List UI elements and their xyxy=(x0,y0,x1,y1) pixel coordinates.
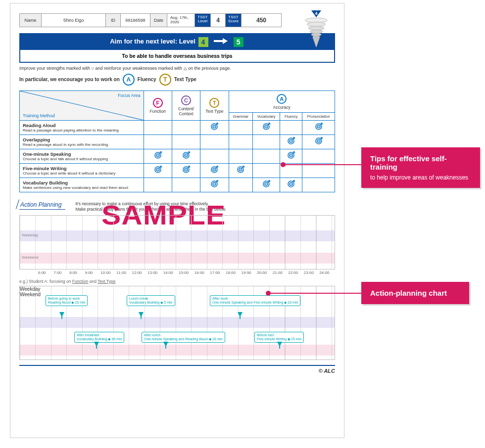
time-tick: 13:00 xyxy=(147,270,163,275)
name-label: Name xyxy=(20,14,42,27)
cell-grammar xyxy=(229,120,253,134)
weekday-label: Weekday xyxy=(22,233,38,237)
row-title: Reading Aloud xyxy=(23,123,141,128)
tsst-level-label: TSST Level xyxy=(195,14,211,27)
alc-brand: © ALC xyxy=(19,368,335,374)
callout-connector xyxy=(268,293,361,294)
cell-grammar xyxy=(229,134,253,149)
accuracy-col-label: Accuracy xyxy=(231,105,333,110)
pin-icon xyxy=(238,312,242,319)
time-tick: 7:00 xyxy=(54,270,70,275)
cell-pron xyxy=(302,163,335,178)
svg-point-13 xyxy=(214,126,215,127)
cell-texttype xyxy=(200,149,229,163)
cell-content xyxy=(172,178,200,192)
target-icon xyxy=(182,167,190,175)
svg-rect-76 xyxy=(240,316,241,319)
row-title: Vocabulary Building xyxy=(23,180,141,185)
time-tick: 12:00 xyxy=(132,270,147,275)
svg-rect-78 xyxy=(96,346,97,349)
svg-point-25 xyxy=(291,140,291,141)
aim-subtitle: To be able to handle overseas business t… xyxy=(20,50,334,62)
row-title: Five-minute Writing xyxy=(23,166,141,171)
training-method-header: Training Method xyxy=(23,113,55,118)
cell-content xyxy=(172,149,200,163)
cell-texttype xyxy=(200,134,229,149)
cell-grammar xyxy=(229,163,253,178)
svg-rect-74 xyxy=(141,316,142,319)
svg-point-3 xyxy=(308,26,324,30)
student-info-bar: Name Shiro Eigo ID 69166598 Date Aug. 17… xyxy=(19,13,282,27)
cell-function xyxy=(144,163,172,178)
target-icon xyxy=(315,124,323,132)
svg-point-29 xyxy=(318,140,319,141)
table-row: OverlappingRead a passage aloud in sync … xyxy=(20,134,335,149)
time-tick: 10:00 xyxy=(100,270,116,275)
tips-callout: Tips for effective self-training to help… xyxy=(361,147,480,188)
svg-point-1 xyxy=(305,18,327,23)
aim-next-level-bar: Aim for the next level: Level 4 5 To be … xyxy=(19,33,335,63)
cell-fluency xyxy=(280,120,302,134)
time-tick: 22:00 xyxy=(288,270,304,275)
svg-point-33 xyxy=(157,155,158,156)
aim-prefix: Aim for the next level: Level xyxy=(110,38,195,45)
cell-vocab xyxy=(253,134,280,149)
time-tick: 15:00 xyxy=(179,270,194,275)
cell-vocab xyxy=(253,178,280,192)
time-tick: 23:00 xyxy=(304,270,320,275)
svg-point-49 xyxy=(186,169,187,170)
cell-fluency xyxy=(280,178,302,192)
cell-texttype xyxy=(200,163,229,178)
action-planning-instructions: It's necessary to make a continuous effo… xyxy=(75,201,226,212)
cell-grammar xyxy=(229,178,253,192)
footer-rule xyxy=(19,365,335,366)
target-icon xyxy=(210,124,218,132)
svg-rect-8 xyxy=(214,40,223,42)
example-caption: e.g.) Student A: focusing on Function an… xyxy=(19,279,335,284)
target-icon xyxy=(237,167,244,175)
texttype-badge-icon-col: T xyxy=(209,98,219,108)
cell-content xyxy=(172,120,200,134)
pin-icon xyxy=(59,312,64,319)
time-tick: 24:00 xyxy=(319,270,335,275)
row-desc: Make sentences using new vocabulary and … xyxy=(23,185,141,190)
chart-callout-title: Action-planning chart xyxy=(370,289,460,297)
svg-point-65 xyxy=(266,183,267,184)
vocab-subcol: Vocabulary xyxy=(253,112,280,120)
time-tick: 16:00 xyxy=(194,270,210,275)
report-sheet: 4 Name Shiro Eigo ID 69166598 Date Aug. … xyxy=(10,3,344,438)
focus-area-header: Focus Area xyxy=(118,93,141,98)
aim-current-level: 4 xyxy=(198,37,208,47)
encourage-text: In particular, we encourage you to work … xyxy=(19,77,120,82)
target-icon xyxy=(262,124,270,132)
svg-rect-72 xyxy=(61,316,62,319)
improve-instruction: Improve your strengths marked with ○ and… xyxy=(19,66,335,71)
cell-content xyxy=(172,134,200,149)
id-label: ID xyxy=(106,14,121,27)
texttype-badge-icon: T xyxy=(159,74,171,86)
target-icon xyxy=(210,167,218,175)
svg-marker-9 xyxy=(223,38,228,44)
training-table: Focus Area Training Method F Function C … xyxy=(19,90,335,192)
pin-icon xyxy=(163,342,168,349)
bubble-after-breakfast: After breakfastVocabulary Building ◆ 30 … xyxy=(74,332,124,343)
focus1-label: Fluency xyxy=(138,77,156,82)
tips-callout-title: Tips for effective self-training xyxy=(370,154,471,171)
name-value: Shiro Eigo xyxy=(42,14,106,27)
svg-point-69 xyxy=(291,183,291,184)
arrow-right-icon xyxy=(214,38,228,46)
svg-rect-80 xyxy=(165,346,166,349)
svg-point-2 xyxy=(307,22,326,27)
cell-pron xyxy=(302,178,335,192)
time-tick: 6:00 xyxy=(38,270,54,275)
svg-point-21 xyxy=(318,126,319,127)
row-title: Overlapping xyxy=(23,137,141,142)
time-tick: 8:00 xyxy=(69,270,85,275)
svg-rect-82 xyxy=(279,346,280,349)
bubble-lunch-break: Lunch breakVocabulary Building ◆ 5 min xyxy=(127,295,175,306)
time-tick: 17:00 xyxy=(210,270,226,275)
table-row: Five-minute WritingChoose a topic and wr… xyxy=(20,163,335,178)
content-badge-icon: C xyxy=(181,95,191,105)
grammar-subcol: Grammar xyxy=(229,112,253,120)
target-icon xyxy=(154,153,162,161)
